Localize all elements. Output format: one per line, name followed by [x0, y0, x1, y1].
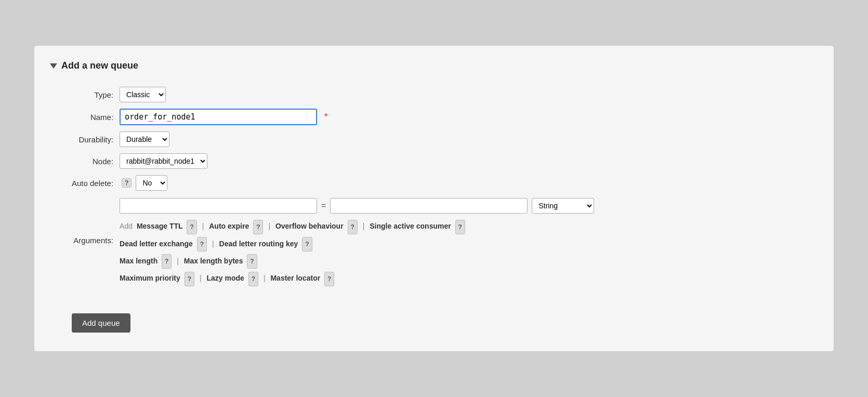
lazy-mode-link[interactable]: Lazy mode [206, 274, 244, 282]
type-row: Type: Classic Quorum [72, 84, 594, 105]
dead-letter-exchange-help[interactable]: ? [197, 237, 207, 252]
add-queue-panel: Add a new queue Type: Classic Quorum Nam… [34, 45, 834, 351]
required-star: * [324, 112, 327, 122]
node-label: Node: [72, 150, 120, 172]
node-row: Node: rabbit@rabbit_node1 rabbit@rabbit_… [72, 150, 594, 172]
durability-row: Durability: Durable Transient [72, 128, 594, 150]
master-locator-help[interactable]: ? [324, 272, 334, 286]
collapse-icon[interactable] [50, 63, 57, 69]
overflow-behaviour-link[interactable]: Overflow behaviour [275, 222, 344, 230]
name-label: Name: [72, 105, 120, 128]
maximum-priority-help[interactable]: ? [185, 272, 194, 286]
arguments-area: = String Number Boolean Add Message TTL … [120, 194, 594, 286]
single-active-consumer-link[interactable]: Single active consumer [370, 222, 451, 230]
max-length-link[interactable]: Max length [120, 257, 157, 265]
add-queue-button[interactable]: Add queue [72, 313, 130, 333]
equals-sign: = [321, 201, 326, 210]
auto-delete-help-btn[interactable]: ? [122, 178, 131, 188]
durability-label: Durability: [72, 128, 120, 150]
args-hints: Add Message TTL ? | Auto expire ? | Over… [120, 219, 594, 286]
auto-delete-row: Auto delete: ? No Yes [72, 172, 594, 194]
name-input[interactable] [120, 109, 317, 125]
auto-delete-control: ? No Yes [120, 172, 594, 194]
dead-letter-routing-key-link[interactable]: Dead letter routing key [219, 240, 298, 248]
panel-header: Add a new queue [51, 60, 817, 71]
overflow-behaviour-help[interactable]: ? [348, 220, 358, 234]
message-ttl-help[interactable]: ? [187, 220, 196, 234]
master-locator-link[interactable]: Master locator [270, 274, 320, 282]
node-control: rabbit@rabbit_node1 rabbit@rabbit_node2 [120, 150, 594, 172]
max-length-bytes-help[interactable]: ? [247, 254, 257, 269]
type-control: Classic Quorum [120, 84, 594, 105]
args-type-select[interactable]: String Number Boolean [532, 198, 594, 214]
name-row: Name: * [72, 105, 594, 128]
durability-select[interactable]: Durable Transient [120, 131, 169, 147]
name-control: * [120, 105, 594, 128]
panel-title: Add a new queue [61, 60, 138, 71]
auto-delete-label: Auto delete: [72, 172, 120, 194]
queue-form: Type: Classic Quorum Name: * Durability: [72, 84, 594, 286]
auto-expire-link[interactable]: Auto expire [209, 222, 249, 230]
message-ttl-link[interactable]: Message TTL [137, 222, 183, 230]
auto-expire-help[interactable]: ? [253, 220, 263, 234]
durability-control: Durable Transient [120, 128, 594, 150]
auto-delete-select[interactable]: No Yes [136, 175, 167, 191]
arguments-label: Arguments: [72, 194, 120, 286]
max-length-help[interactable]: ? [162, 254, 172, 269]
lazy-mode-help[interactable]: ? [248, 272, 258, 286]
max-length-bytes-link[interactable]: Max length bytes [184, 257, 243, 265]
args-value-input[interactable] [330, 198, 528, 214]
dead-letter-routing-key-help[interactable]: ? [302, 237, 312, 252]
dead-letter-exchange-link[interactable]: Dead letter exchange [120, 240, 193, 248]
node-select[interactable]: rabbit@rabbit_node1 rabbit@rabbit_node2 [120, 153, 207, 169]
arguments-row: Arguments: = String Number Boolean Add [72, 194, 594, 286]
args-key-input[interactable] [120, 198, 317, 214]
args-inputs-container: = String Number Boolean [120, 198, 594, 214]
add-label: Add [120, 222, 133, 230]
single-active-consumer-help[interactable]: ? [455, 220, 465, 234]
type-label: Type: [72, 84, 120, 105]
type-select[interactable]: Classic Quorum [120, 87, 166, 102]
maximum-priority-link[interactable]: Maximum priority [120, 274, 180, 282]
